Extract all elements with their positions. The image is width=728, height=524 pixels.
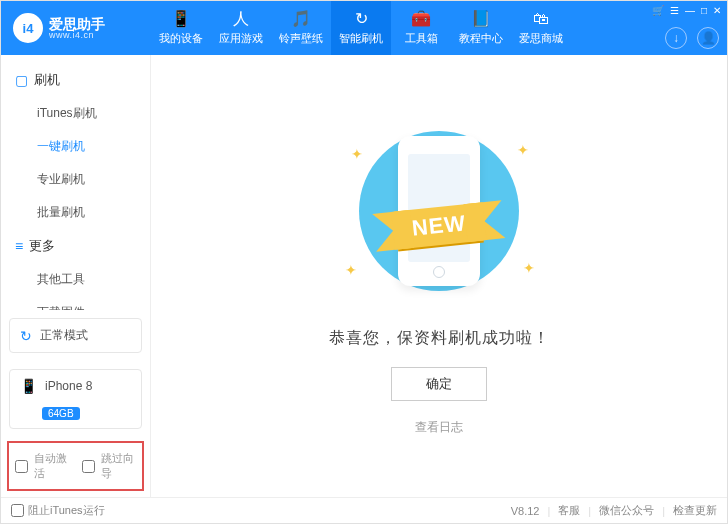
- logo-icon: i4: [13, 13, 43, 43]
- book-icon: 📘: [471, 11, 491, 27]
- sparkle-icon: ✦: [523, 260, 535, 276]
- version-label: V8.12: [511, 505, 540, 517]
- wechat-link[interactable]: 微信公众号: [599, 503, 654, 518]
- app-header: i4 爱思助手 www.i4.cn 📱我的设备 人应用游戏 🎵铃声壁纸 ↻智能刷…: [1, 1, 727, 55]
- refresh-icon: ↻: [20, 328, 32, 344]
- download-button[interactable]: ↓: [665, 27, 687, 49]
- flash-section-icon: ▢: [15, 72, 28, 88]
- minimize-button[interactable]: —: [685, 5, 695, 16]
- device-box[interactable]: 📱 iPhone 8 64GB: [9, 369, 142, 429]
- mode-box[interactable]: ↻ 正常模式: [9, 318, 142, 353]
- block-itunes-label: 阻止iTunes运行: [28, 503, 105, 518]
- flash-icon: ↻: [355, 11, 368, 27]
- sparkle-icon: ✦: [517, 142, 529, 158]
- maximize-button[interactable]: □: [701, 5, 707, 16]
- apps-icon: 人: [233, 11, 249, 27]
- sidebar-item-batch-flash[interactable]: 批量刷机: [1, 196, 150, 229]
- tab-ringtones[interactable]: 🎵铃声壁纸: [271, 1, 331, 55]
- tab-store[interactable]: 🛍爱思商城: [511, 1, 571, 55]
- sparkle-icon: ✦: [351, 146, 363, 162]
- phone-icon: 📱: [171, 11, 191, 27]
- brand-name: 爱思助手: [49, 17, 105, 31]
- mode-label: 正常模式: [40, 327, 88, 344]
- sparkle-icon: ✦: [345, 262, 357, 278]
- tab-flash[interactable]: ↻智能刷机: [331, 1, 391, 55]
- sidebar-item-onekey-flash[interactable]: 一键刷机: [1, 130, 150, 163]
- status-bar: 阻止iTunes运行 V8.12| 客服| 微信公众号| 检查更新: [1, 497, 727, 523]
- menu-icon[interactable]: ☰: [670, 5, 679, 16]
- close-button[interactable]: ✕: [713, 5, 721, 16]
- auto-activate-label: 自动激活: [34, 451, 70, 481]
- main-pane: ✦ ✦ ✦ ✦ NEW 恭喜您，保资料刷机成功啦！ 确定 查看日志: [151, 55, 727, 497]
- tab-apps[interactable]: 人应用游戏: [211, 1, 271, 55]
- tab-tutorials[interactable]: 📘教程中心: [451, 1, 511, 55]
- app-logo: i4 爱思助手 www.i4.cn: [1, 13, 151, 43]
- sidebar-section-more: ≡更多: [1, 229, 150, 263]
- tab-toolbox[interactable]: 🧰工具箱: [391, 1, 451, 55]
- block-itunes-checkbox[interactable]: [11, 504, 24, 517]
- success-message: 恭喜您，保资料刷机成功啦！: [329, 328, 550, 349]
- ok-button[interactable]: 确定: [391, 367, 487, 401]
- auto-activate-checkbox[interactable]: [15, 460, 28, 473]
- storage-badge: 64GB: [42, 407, 80, 420]
- user-button[interactable]: 👤: [697, 27, 719, 49]
- more-section-icon: ≡: [15, 238, 23, 254]
- success-illustration: ✦ ✦ ✦ ✦ NEW: [339, 116, 539, 306]
- tab-my-device[interactable]: 📱我的设备: [151, 1, 211, 55]
- view-log-link[interactable]: 查看日志: [415, 419, 463, 436]
- skip-guide-checkbox[interactable]: [82, 460, 95, 473]
- brand-url: www.i4.cn: [49, 31, 105, 40]
- sidebar-item-itunes-flash[interactable]: iTunes刷机: [1, 97, 150, 130]
- music-icon: 🎵: [291, 11, 311, 27]
- top-tabs: 📱我的设备 人应用游戏 🎵铃声壁纸 ↻智能刷机 🧰工具箱 📘教程中心 🛍爱思商城: [151, 1, 571, 55]
- cart-icon[interactable]: 🛒: [652, 5, 664, 16]
- toolbox-icon: 🧰: [411, 11, 431, 27]
- check-update-link[interactable]: 检查更新: [673, 503, 717, 518]
- sidebar-item-other-tools[interactable]: 其他工具: [1, 263, 150, 296]
- sidebar-section-flash: ▢刷机: [1, 63, 150, 97]
- sidebar-item-download-firmware[interactable]: 下载固件: [1, 296, 150, 310]
- device-name: iPhone 8: [45, 379, 92, 393]
- sidebar-item-pro-flash[interactable]: 专业刷机: [1, 163, 150, 196]
- device-icon: 📱: [20, 378, 37, 394]
- app-body: ▢刷机 iTunes刷机 一键刷机 专业刷机 批量刷机 ≡更多 其他工具 下载固…: [1, 55, 727, 497]
- sidebar: ▢刷机 iTunes刷机 一键刷机 专业刷机 批量刷机 ≡更多 其他工具 下载固…: [1, 55, 151, 497]
- store-icon: 🛍: [533, 11, 549, 27]
- header-right: ↓ 👤: [665, 27, 719, 49]
- support-link[interactable]: 客服: [558, 503, 580, 518]
- skip-guide-label: 跳过向导: [101, 451, 137, 481]
- window-controls: 🛒 ☰ — □ ✕: [652, 5, 721, 16]
- flash-options: 自动激活 跳过向导: [7, 441, 144, 491]
